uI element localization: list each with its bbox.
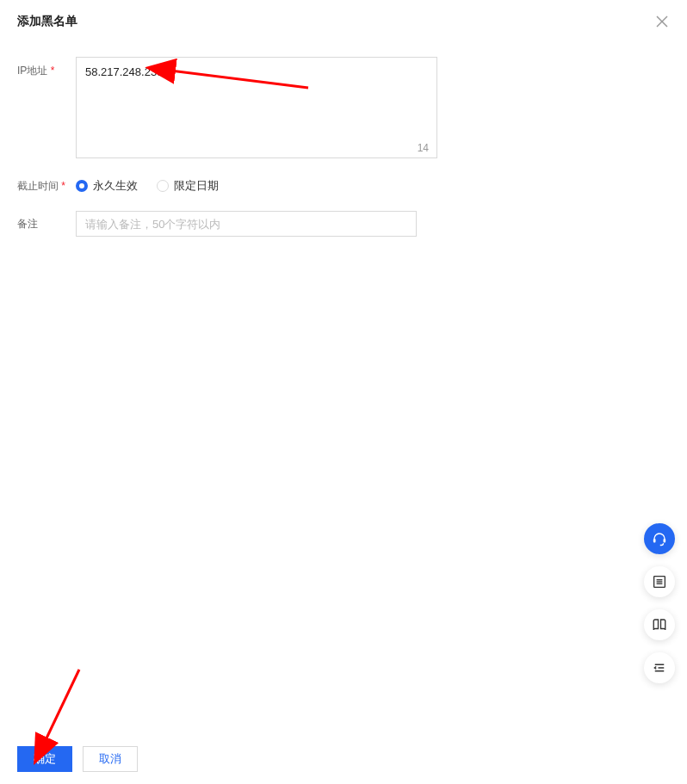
blacklist-dialog: 添加黑名单 IP地址 14 截止时间 永久生效 — [0, 0, 687, 784]
svg-rect-3 — [664, 539, 666, 543]
dialog-body: IP地址 14 截止时间 永久生效 限定日期 — [0, 41, 687, 237]
float-list-button[interactable] — [644, 566, 675, 597]
ip-textarea-wrap: 14 — [76, 57, 437, 161]
deadline-row: 截止时间 永久生效 限定日期 — [17, 178, 670, 194]
menu-indent-icon — [652, 660, 667, 676]
ip-address-row: IP地址 14 — [17, 57, 670, 161]
cancel-button[interactable]: 取消 — [83, 746, 138, 772]
svg-rect-2 — [653, 539, 656, 543]
float-collapse-button[interactable] — [644, 652, 675, 683]
list-box-icon — [652, 574, 667, 590]
book-open-icon — [652, 617, 667, 633]
radio-permanent-label: 永久生效 — [93, 178, 138, 194]
dialog-title: 添加黑名单 — [17, 14, 77, 29]
float-support-button[interactable] — [644, 523, 675, 554]
dialog-header: 添加黑名单 — [0, 0, 687, 41]
radio-icon — [76, 180, 88, 192]
remark-row: 备注 — [17, 211, 670, 237]
deadline-radio-group: 永久生效 限定日期 — [76, 178, 219, 194]
dialog-footer: 确定 取消 — [0, 734, 687, 784]
headset-icon — [652, 531, 667, 546]
ip-address-label: IP地址 — [17, 57, 76, 78]
ip-char-count: 14 — [418, 142, 429, 154]
float-button-group — [644, 523, 675, 683]
radio-icon — [157, 180, 169, 192]
deadline-label: 截止时间 — [17, 179, 76, 194]
confirm-button[interactable]: 确定 — [17, 746, 72, 772]
radio-limited-label: 限定日期 — [174, 178, 219, 194]
remark-input[interactable] — [76, 211, 417, 237]
ip-address-input[interactable] — [76, 57, 437, 158]
radio-permanent[interactable]: 永久生效 — [76, 178, 138, 194]
close-icon — [656, 15, 668, 28]
float-docs-button[interactable] — [644, 609, 675, 640]
radio-limited[interactable]: 限定日期 — [157, 178, 219, 194]
remark-label: 备注 — [17, 217, 76, 231]
close-button[interactable] — [654, 14, 670, 29]
